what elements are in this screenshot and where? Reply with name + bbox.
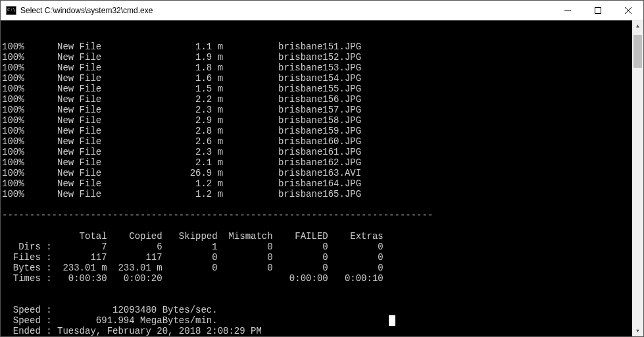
scrollbar[interactable]: ▲ ▼	[632, 20, 643, 336]
cmd-icon	[6, 6, 16, 15]
titlebar[interactable]: Select C:\windows\system32\cmd.exe	[1, 1, 643, 20]
terminal-content: 100% New File 1.1 m brisbane151.JPG 100%…	[1, 41, 643, 336]
window-controls	[553, 1, 643, 20]
window-title: Select C:\windows\system32\cmd.exe	[20, 6, 553, 15]
scroll-down-arrow-icon[interactable]: ▼	[632, 325, 643, 336]
minimize-button[interactable]	[553, 1, 583, 20]
close-button[interactable]	[613, 1, 643, 20]
terminal[interactable]: 100% New File 1.1 m brisbane151.JPG 100%…	[1, 20, 643, 336]
scrollbar-track[interactable]	[632, 32, 643, 325]
svg-rect-1	[595, 7, 601, 13]
scrollbar-thumb[interactable]	[633, 35, 642, 68]
maximize-button[interactable]	[583, 1, 613, 20]
scroll-up-arrow-icon[interactable]: ▲	[632, 20, 643, 32]
